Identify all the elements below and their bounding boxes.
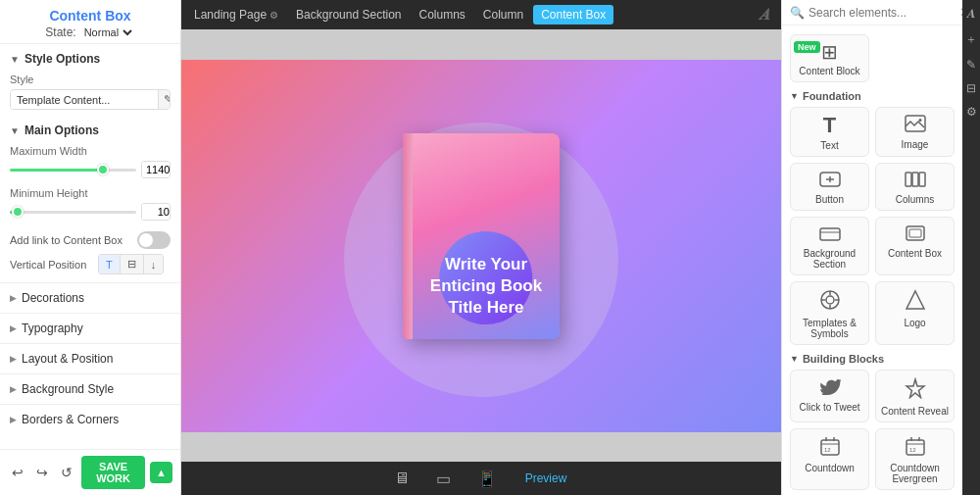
el-content-reveal[interactable]: Content Reveal <box>875 370 955 422</box>
el-bg-section[interactable]: Background Section <box>790 217 869 275</box>
book-spine <box>403 133 413 339</box>
foundation-grid: T Text Image Button Columns <box>790 107 955 345</box>
el-logo[interactable]: Logo <box>875 281 955 345</box>
undo-btn[interactable]: ↩ <box>8 463 27 482</box>
bg-style-label: Background Style <box>22 382 114 396</box>
decorations-tri: ▶ <box>10 293 17 303</box>
max-width-group: Maximum Width PX <box>0 142 180 184</box>
content-block-label: Content Block <box>799 66 859 76</box>
bc-landing-page-label: Landing Page <box>194 8 267 22</box>
bg-style-section: ▶ Background Style <box>0 373 180 404</box>
content-reveal-label: Content Reveal <box>881 406 949 417</box>
search-input[interactable] <box>808 6 956 20</box>
el-content-box[interactable]: Content Box <box>875 217 955 275</box>
el-content-block[interactable]: New ⊞ Content Block <box>790 34 869 82</box>
pos-bottom-btn[interactable]: ↓ <box>144 255 164 273</box>
canvas-area: Landing Page ⚙ Background Section Column… <box>181 0 781 495</box>
building-blocks-label: Building Blocks <box>803 353 884 365</box>
bg-style-header[interactable]: ▶ Background Style <box>0 374 180 404</box>
el-image[interactable]: Image <box>875 107 955 157</box>
countdown-evergreen-label: Countdown Evergreen <box>880 463 950 484</box>
refresh-btn[interactable]: ↺ <box>57 463 76 482</box>
content-reveal-icon <box>905 377 926 402</box>
style-options-header[interactable]: ▼ Style Options <box>0 44 180 71</box>
strip-gear-icon[interactable]: ⚙ <box>966 105 977 119</box>
style-label: Style <box>10 74 171 85</box>
typography-section: ▶ Typography <box>0 313 180 343</box>
building-blocks-title: ▼ Building Blocks <box>790 353 955 365</box>
max-width-input[interactable] <box>142 162 171 177</box>
save-work-btn[interactable]: SAVE WORK <box>81 456 145 489</box>
foundation-label: Foundation <box>803 90 861 102</box>
bc-content-box[interactable]: Content Box <box>533 5 613 25</box>
add-link-label: Add link to Content Box <box>10 234 122 246</box>
style-edit-btn[interactable]: ✎ <box>158 90 171 109</box>
strip-pencil-icon[interactable]: ✎ <box>966 58 976 72</box>
image-icon <box>905 115 926 135</box>
bc-column-label: Column <box>483 8 523 22</box>
desktop-device-btn[interactable]: 🖥 <box>388 466 416 491</box>
bc-landing-page[interactable]: Landing Page ⚙ <box>186 5 286 25</box>
el-text[interactable]: T Text <box>790 107 869 157</box>
min-height-slider-wrap: PX <box>10 203 171 221</box>
el-countdown[interactable]: 12 Countdown <box>790 428 869 490</box>
el-click-to-tweet[interactable]: Click to Tweet <box>790 370 869 422</box>
columns-label: Columns <box>896 194 934 205</box>
canvas-scroll[interactable]: Write Your Enticing Book Title Here <box>181 29 781 462</box>
building-blocks-grid: Click to Tweet Content Reveal 12 Countdo… <box>790 370 955 490</box>
state-select[interactable]: Normal Hover <box>80 25 135 39</box>
borders-label: Borders & Corners <box>22 413 119 426</box>
el-columns[interactable]: Columns <box>875 163 955 211</box>
columns-icon <box>905 171 926 190</box>
vertical-pos-label: Vertical Position <box>10 259 93 271</box>
layout-pos-header[interactable]: ▶ Layout & Position <box>0 344 180 373</box>
borders-section: ▶ Borders & Corners <box>0 404 180 434</box>
new-badge-wrap: New <box>794 38 820 53</box>
svg-point-1 <box>918 119 921 122</box>
state-label: State: <box>45 25 75 39</box>
preview-btn[interactable]: Preview <box>517 468 575 489</box>
max-width-slider[interactable] <box>10 169 136 172</box>
templates-icon <box>819 289 841 314</box>
typography-header[interactable]: ▶ Typography <box>0 314 180 343</box>
svg-rect-9 <box>909 229 921 237</box>
bc-column[interactable]: Column <box>475 5 531 25</box>
decorations-header[interactable]: ▶ Decorations <box>0 283 180 313</box>
pos-top-btn[interactable]: T <box>99 255 121 273</box>
borders-tri: ▶ <box>10 415 17 424</box>
svg-rect-6 <box>820 228 840 240</box>
mobile-device-btn[interactable]: 📱 <box>471 466 503 492</box>
decorations-section: ▶ Decorations <box>0 282 180 313</box>
min-height-slider[interactable] <box>10 211 136 214</box>
el-button[interactable]: Button <box>790 163 869 211</box>
svg-text:12: 12 <box>824 447 831 453</box>
strip-layers-icon[interactable]: ⊟ <box>966 81 976 95</box>
tablet-device-btn[interactable]: ▭ <box>430 466 457 492</box>
canvas-bg: Write Your Enticing Book Title Here <box>181 60 781 432</box>
el-templates[interactable]: Templates & Symbols <box>790 281 869 345</box>
pos-middle-btn[interactable]: ⊟ <box>121 255 144 273</box>
el-countdown-evergreen[interactable]: 12 Countdown Evergreen <box>875 428 955 490</box>
state-row: State: Normal Hover <box>10 25 171 39</box>
borders-header[interactable]: ▶ Borders & Corners <box>0 405 180 434</box>
logo-label: Logo <box>904 318 925 328</box>
decorations-label: Decorations <box>22 291 84 305</box>
main-options-header[interactable]: ▼ Main Options <box>0 116 180 142</box>
style-options-arrow: ▼ <box>10 54 20 65</box>
expand-btn[interactable]: ▲ <box>150 462 172 483</box>
min-height-input[interactable] <box>142 204 171 220</box>
button-label: Button <box>815 194 844 205</box>
redo-btn[interactable]: ↪ <box>32 463 52 482</box>
max-width-num-wrap: PX <box>141 161 171 178</box>
add-link-toggle[interactable] <box>137 231 171 249</box>
elements-scroll: New ⊞ Content Block ▼ Foundation T Text … <box>782 25 962 495</box>
right-panel: 🔍 ✕ New ⊞ Content Block ▼ Foundation T T… <box>781 0 962 495</box>
bc-columns[interactable]: Columns <box>411 5 472 25</box>
book: Write Your Enticing Book Title Here <box>403 133 560 339</box>
panel-header: Content Box State: Normal Hover <box>0 0 180 44</box>
strip-logo-icon: 𝑨 <box>967 6 976 22</box>
strip-plus-icon[interactable]: ＋ <box>965 31 977 48</box>
style-input[interactable] <box>11 91 158 109</box>
pos-btn-group: T ⊟ ↓ <box>98 254 164 274</box>
bc-bg-section[interactable]: Background Section <box>288 5 409 25</box>
